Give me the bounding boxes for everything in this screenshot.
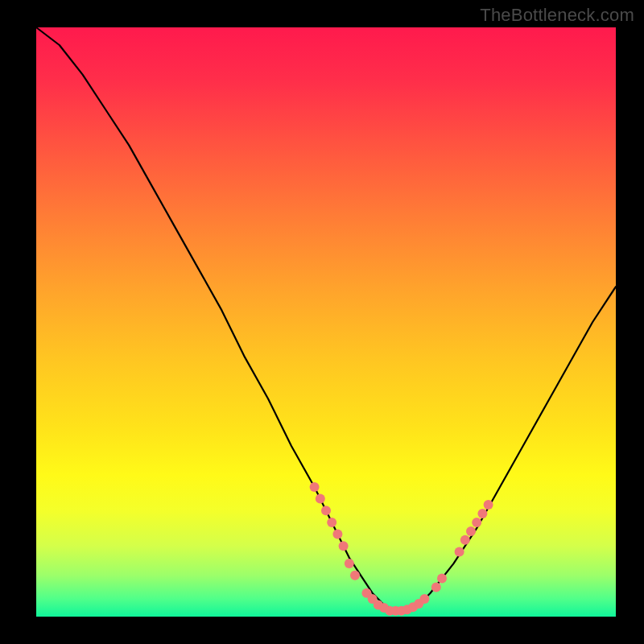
marker-point [431,582,441,592]
marker-point [321,506,331,515]
marker-point [437,573,447,583]
chart-svg [0,0,644,644]
marker-point [332,530,342,539]
marker-point [455,547,464,557]
marker-group [310,482,493,616]
marker-point [310,482,320,492]
marker-point [419,594,429,604]
bottleneck-curve [36,27,616,611]
marker-point [484,500,493,510]
marker-point [345,559,354,568]
marker-point [339,541,349,551]
marker-point [477,509,487,518]
marker-point [350,571,360,580]
marker-point [327,518,336,527]
marker-point [466,526,476,536]
marker-point [472,518,481,527]
watermark-text: TheBottleneck.com [480,5,634,26]
marker-point [316,494,325,504]
marker-point [460,535,470,545]
chart-container: TheBottleneck.com [0,0,644,644]
